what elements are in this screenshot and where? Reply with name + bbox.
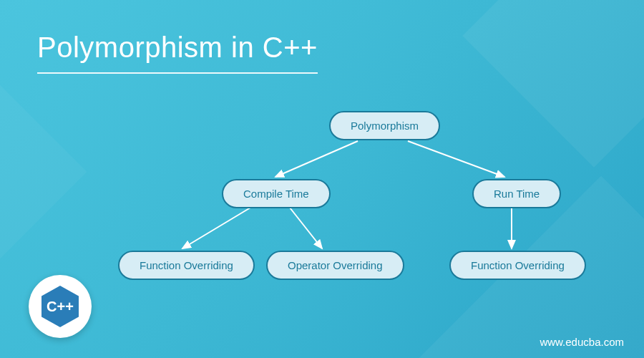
node-runtime-function-overriding: Function Overriding xyxy=(449,251,586,280)
svg-line-2 xyxy=(408,141,504,177)
cpp-logo-icon: C++ xyxy=(42,286,79,327)
logo-badge: C++ xyxy=(29,275,92,338)
node-polymorphism: Polymorphism xyxy=(329,111,440,140)
svg-line-4 xyxy=(290,208,322,248)
page-title: Polymorphism in C++ xyxy=(37,32,318,74)
node-function-overriding: Function Overriding xyxy=(118,251,255,280)
svg-line-3 xyxy=(182,208,250,248)
bg-decor xyxy=(0,71,87,274)
node-operator-overriding: Operator Overriding xyxy=(266,251,404,280)
logo-text: C++ xyxy=(47,299,74,315)
hierarchy-diagram: Polymorphism Compile Time Run Time Funct… xyxy=(107,111,637,311)
node-compile-time: Compile Time xyxy=(222,179,331,208)
svg-line-1 xyxy=(275,141,358,177)
connector-lines xyxy=(107,111,637,311)
node-run-time: Run Time xyxy=(472,179,561,208)
website-url: www.educba.com xyxy=(540,336,624,348)
